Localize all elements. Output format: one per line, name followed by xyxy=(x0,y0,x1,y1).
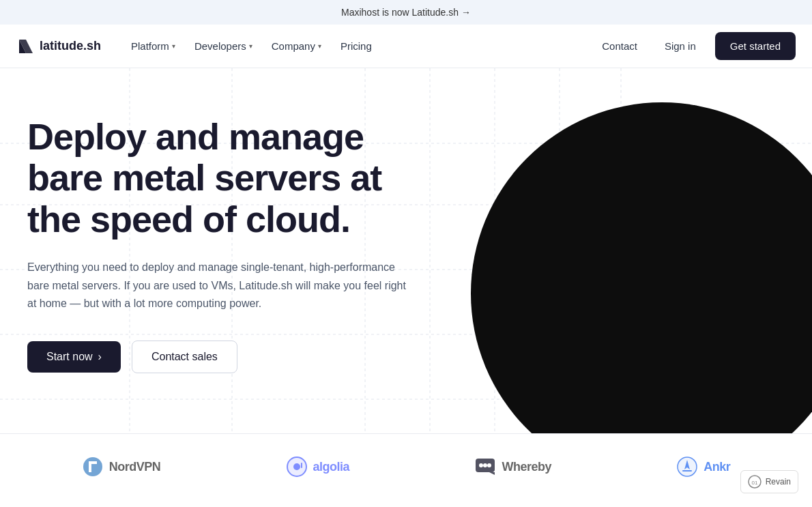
algolia-logo: algolia xyxy=(286,456,350,478)
chevron-down-icon: ▾ xyxy=(318,42,321,50)
logo-strip: NordVPN algolia Whereby Ankr xyxy=(0,433,812,499)
hero-buttons: Start now › Contact sales xyxy=(27,341,409,373)
hero-subtitle: Everything you need to deploy and manage… xyxy=(27,259,409,313)
nav-platform-label: Platform xyxy=(131,40,169,52)
nav-company-label: Company xyxy=(272,40,315,52)
get-started-button[interactable]: Get started xyxy=(715,32,796,60)
nordvpn-logo: NordVPN xyxy=(82,456,161,478)
svg-point-21 xyxy=(487,463,491,467)
chevron-down-icon: ▾ xyxy=(172,42,175,50)
revain-badge: 01 Revain xyxy=(740,470,798,493)
whereby-logo: Whereby xyxy=(474,456,551,478)
svg-marker-18 xyxy=(489,472,495,475)
revain-icon: 01 xyxy=(748,475,762,489)
start-now-arrow: › xyxy=(98,351,102,363)
nav-company[interactable]: Company ▾ xyxy=(263,35,330,57)
ankr-logo: Ankr xyxy=(676,456,730,478)
nordvpn-icon xyxy=(82,456,104,478)
svg-point-12 xyxy=(83,457,102,476)
nav-pricing-label: Pricing xyxy=(340,40,372,52)
nav-platform[interactable]: Platform ▾ xyxy=(123,35,184,57)
whereby-icon xyxy=(474,456,496,478)
svg-point-15 xyxy=(293,463,300,470)
svg-text:01: 01 xyxy=(751,480,757,486)
algolia-icon xyxy=(286,456,308,478)
logo-icon xyxy=(16,37,35,56)
hero-content: Deploy and manage bare metal servers at … xyxy=(0,68,437,433)
svg-point-20 xyxy=(483,463,487,467)
svg-point-19 xyxy=(479,463,483,467)
svg-rect-16 xyxy=(301,463,302,468)
revain-text: Revain xyxy=(766,477,791,487)
start-now-button[interactable]: Start now › xyxy=(27,341,121,373)
ankr-icon xyxy=(676,456,698,478)
banner-text: Maxihost is now Latitude.sh xyxy=(341,7,459,18)
top-banner: Maxihost is now Latitude.sh → xyxy=(0,0,812,25)
hero-title: Deploy and manage bare metal servers at … xyxy=(27,116,409,240)
chevron-down-icon: ▾ xyxy=(249,42,252,50)
contact-sales-button[interactable]: Contact sales xyxy=(132,341,237,373)
nav-contact-link[interactable]: Contact xyxy=(594,35,646,57)
hero-section: Deploy and manage bare metal servers at … xyxy=(0,68,812,433)
hero-decoration-circle xyxy=(471,102,812,433)
nav-links: Platform ▾ Developers ▾ Company ▾ Pricin… xyxy=(123,35,594,57)
logo-link[interactable]: latitude.sh xyxy=(16,37,101,56)
nordvpn-text: NordVPN xyxy=(109,460,161,474)
nav-developers[interactable]: Developers ▾ xyxy=(186,35,261,57)
nav-pricing[interactable]: Pricing xyxy=(332,35,380,57)
whereby-text: Whereby xyxy=(502,460,551,474)
navigation: latitude.sh Platform ▾ Developers ▾ Comp… xyxy=(0,25,812,68)
start-now-label: Start now xyxy=(46,351,93,363)
ankr-text: Ankr xyxy=(704,460,730,474)
algolia-text: algolia xyxy=(313,460,350,474)
logo-text: latitude.sh xyxy=(40,39,101,53)
banner-arrow: → xyxy=(461,7,471,18)
banner-link[interactable]: Maxihost is now Latitude.sh → xyxy=(341,7,471,18)
nav-developers-label: Developers xyxy=(194,40,246,52)
nav-signin-link[interactable]: Sign in xyxy=(656,35,704,57)
nav-right: Contact Sign in Get started xyxy=(594,32,796,60)
